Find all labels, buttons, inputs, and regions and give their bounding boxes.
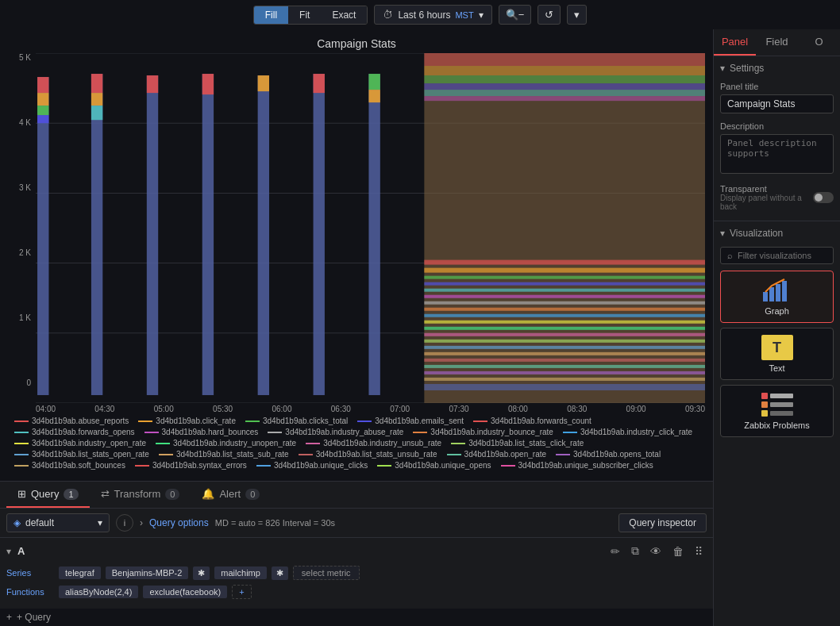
tag-asterisk-2[interactable]: ✱ (272, 566, 288, 580)
fit-button[interactable]: Fit (288, 6, 321, 24)
legend-line (357, 421, 372, 422)
edit-query-button[interactable]: ✏ (607, 543, 624, 559)
legend-line (14, 443, 29, 444)
legend-item: 3d4bd1b9ab.unique_clicks (256, 461, 368, 470)
svg-rect-53 (763, 292, 768, 301)
legend-label: 3d4bd1b9ab.industry_unsub_rate (323, 439, 441, 447)
time-range-picker[interactable]: ⏱ Last 6 hours MST ▾ (374, 5, 491, 25)
transparent-label: Transparent (720, 184, 813, 194)
function-alias[interactable]: aliasByNode(2,4) (59, 586, 138, 598)
svg-rect-40 (424, 308, 705, 311)
viz-card-graph[interactable]: Graph (720, 271, 834, 323)
viz-filter-input[interactable] (738, 251, 827, 260)
tab-alert[interactable]: 🔔 Alert 0 (191, 482, 271, 508)
svg-rect-27 (424, 53, 705, 66)
legend-line (144, 432, 159, 433)
legend-line (14, 454, 29, 455)
hide-query-button[interactable]: 👁 (646, 543, 665, 559)
legend-line (447, 454, 461, 455)
legend-item: 3d4bd1b9ab.open_rate (447, 450, 546, 459)
query-block-header: ▾ A ✏ ⧉ 👁 🗑 ⠿ (6, 543, 707, 559)
legend-line (563, 432, 577, 433)
right-panel: Panel Field O ▾ Settings Panel title Des… (713, 29, 840, 626)
transparent-toggle[interactable] (813, 192, 834, 203)
select-metric-input[interactable]: select metric (293, 566, 360, 580)
collapse-icon[interactable]: ▾ (6, 546, 11, 557)
tab-query[interactable]: ⊞ Query 1 (6, 482, 90, 508)
y-axis-label-4k: 4 K (8, 118, 31, 127)
legend-label: 3d4bd1b9ab.soft_bounces (32, 461, 125, 470)
main-layout: Campaign Stats 5 K 4 K 3 K 2 K 1 K 0 (0, 29, 840, 626)
fill-button[interactable]: Fill (254, 6, 288, 24)
legend-item: 3d4bd1b9ab.opens_total (556, 450, 661, 459)
legend-line (14, 421, 29, 422)
legend-label: 3d4bd1b9ab.forwards_count (491, 417, 591, 425)
query-inspector-button[interactable]: Query inspector (618, 513, 707, 532)
x-label-0400: 04:00 (36, 405, 56, 413)
zoom-out-button[interactable]: 🔍− (499, 5, 532, 25)
description-textarea[interactable] (720, 134, 834, 174)
svg-rect-19 (258, 75, 269, 395)
panel-title-label: Panel title (720, 82, 834, 91)
refresh-button[interactable]: ↺ (538, 5, 561, 25)
legend-line (377, 465, 391, 467)
viz-filter: ⌕ (720, 247, 834, 264)
legend-label: 3d4bd1b9ab.emails_sent (375, 417, 464, 425)
functions-row: Functions aliasByNode(2,4) exclude(faceb… (6, 585, 707, 599)
legend-label: 3d4bd1b9ab.forwards_opens (32, 428, 135, 436)
viz-card-zabbix[interactable]: Zabbix Problems (720, 385, 834, 437)
y-axis-label-1k: 1 K (8, 313, 31, 322)
duplicate-query-button[interactable]: ⧉ (627, 543, 643, 559)
info-button[interactable]: i (116, 514, 133, 532)
svg-rect-9 (37, 106, 48, 115)
panel-title-input[interactable] (720, 94, 834, 113)
legend-line (268, 432, 282, 433)
svg-rect-50 (424, 371, 705, 374)
tab-overrides[interactable]: O (798, 29, 840, 56)
legend-line (473, 421, 487, 422)
svg-rect-28 (424, 66, 705, 75)
tab-transform[interactable]: ⇄ Transform 0 (90, 482, 191, 508)
svg-rect-24 (368, 74, 380, 90)
tag-mailchimp[interactable]: mailchimp (214, 566, 267, 579)
more-options-button[interactable]: ▾ (567, 5, 587, 25)
add-function-button[interactable]: + (232, 585, 251, 599)
query-options-bar: ◈ default ▾ i › Query options MD = auto … (0, 508, 713, 537)
tab-panel[interactable]: Panel (714, 29, 756, 56)
svg-rect-51 (424, 378, 705, 381)
svg-rect-45 (424, 340, 705, 343)
legend-item: 3d4bd1b9ab.emails_sent (357, 417, 464, 425)
visualization-header[interactable]: ▾ Visualization (720, 228, 834, 239)
query-options-link[interactable]: Query options (149, 517, 209, 528)
query-tabs: ⊞ Query 1 ⇄ Transform 0 🔔 Alert 0 (0, 481, 713, 508)
plus-icon: + (6, 612, 12, 623)
alert-tab-label: Alert (219, 488, 241, 500)
tag-asterisk-1[interactable]: ✱ (193, 566, 210, 580)
text-viz-icon: T (761, 335, 793, 360)
viz-card-text[interactable]: T Text (720, 328, 834, 380)
svg-rect-37 (424, 289, 705, 292)
drag-query-button[interactable]: ⠿ (691, 543, 707, 559)
svg-rect-52 (424, 384, 705, 390)
legend-line (245, 421, 260, 422)
datasource-selector[interactable]: ◈ default ▾ (6, 513, 110, 532)
settings-header[interactable]: ▾ Settings (720, 63, 834, 74)
legend-line (156, 443, 170, 444)
tab-field[interactable]: Field (756, 29, 798, 56)
delete-query-button[interactable]: 🗑 (669, 543, 688, 559)
x-label-0500: 05:00 (154, 405, 174, 413)
chart-y-axis: 5 K 4 K 3 K 2 K 1 K 0 (8, 53, 36, 403)
query-tab-label: Query (31, 488, 59, 500)
legend-label: 3d4bd1b9ab.list_stats_sub_rate (176, 450, 289, 459)
add-query-row[interactable]: + + Query (0, 609, 713, 626)
legend-item: 3d4bd1b9ab.industry_unopen_rate (156, 439, 296, 447)
legend-label: 3d4bd1b9ab.unique_subscriber_clicks (518, 461, 653, 470)
tag-hostname[interactable]: Benjamins-MBP-2 (106, 566, 189, 579)
svg-rect-22 (314, 74, 325, 93)
svg-rect-38 (424, 295, 705, 298)
exact-button[interactable]: Exact (321, 6, 367, 24)
series-label: Series (6, 568, 54, 578)
tag-telegraf[interactable]: telegraf (59, 566, 101, 579)
function-exclude[interactable]: exclude(facebook) (143, 586, 227, 598)
y-axis-label-5k: 5 K (8, 53, 31, 62)
